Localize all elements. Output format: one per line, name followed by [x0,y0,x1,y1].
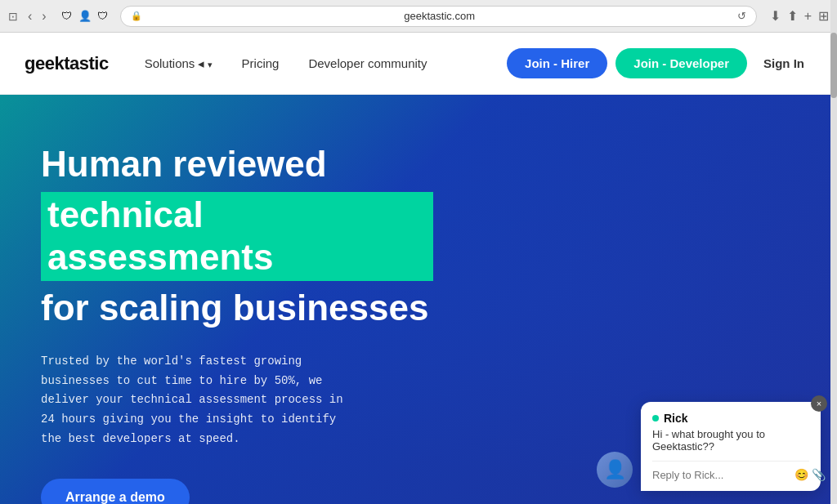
refresh-icon[interactable]: ↺ [737,10,746,22]
back-button[interactable]: ‹ [25,7,35,25]
chat-avatar: 👤 [597,452,633,488]
hero-section: Human reviewed technical assessments for… [0,95,837,504]
url-text: geektastic.com [147,10,732,22]
chat-input-icons: 😊 📎 [794,468,826,481]
hero-title-line3: for scaling businesses [41,288,433,329]
share-icon[interactable]: ⬆ [787,8,798,24]
hero-content: Human reviewed technical assessments for… [0,95,474,504]
emoji-icon[interactable]: 😊 [794,468,808,481]
nav-developer-community[interactable]: Developer community [297,50,438,77]
sidebar-toggle-button[interactable]: ⊡ [8,10,18,23]
chat-close-button[interactable]: × [811,395,827,412]
scrollbar-thumb[interactable] [830,33,837,98]
nav-links: Solutions ◂ Pricing Developer community [133,50,490,78]
tab-grid-icon[interactable]: ⊞ [818,8,829,24]
online-indicator [652,415,659,421]
chat-name-row: Rick [652,412,809,425]
chat-agent-name: Rick [664,412,688,425]
browser-chrome: ⊡ ‹ › 🛡 👤 🛡 🔒 geektastic.com ↺ ⬇ ⬆ + ⊞ [0,0,837,33]
address-bar[interactable]: 🔒 geektastic.com ↺ [120,6,757,27]
download-icon[interactable]: ⬇ [770,8,781,24]
shield-icon: 🛡 [60,9,74,24]
shield2-icon: 🛡 [96,9,110,24]
hero-title-highlight: technical assessments [41,192,433,282]
logo[interactable]: geektastic [25,53,109,74]
security-icons: 🛡 👤 🛡 [60,9,110,24]
nav-solutions[interactable]: Solutions ◂ [133,50,224,78]
new-tab-icon[interactable]: + [804,9,812,24]
sign-in-button[interactable]: Sign In [755,48,812,78]
nav-pricing[interactable]: Pricing [231,50,291,77]
chat-input-row: 😊 📎 [652,461,809,481]
chat-message-text: Hi - what brought you to Geektastic?? [652,428,809,453]
arrange-demo-button[interactable]: Arrange a demo [41,479,190,504]
join-developer-button[interactable]: Join - Developer [615,48,747,78]
hero-description: Trusted by the world's fastest growing b… [41,352,351,449]
hero-title-line1: Human reviewed [41,144,433,185]
join-hirer-button[interactable]: Join - Hirer [507,48,607,78]
forward-button[interactable]: › [38,7,49,25]
attachment-icon[interactable]: 📎 [812,468,826,481]
chat-reply-input[interactable] [652,469,790,481]
nav-buttons: Join - Hirer Join - Developer Sign In [507,48,812,78]
chat-bubble: × Rick Hi - what brought you to Geektast… [641,402,821,491]
profile-icon: 👤 [78,9,92,24]
navbar: geektastic Solutions ◂ Pricing Developer… [0,33,837,95]
scrollbar[interactable] [830,0,837,504]
lock-icon: 🔒 [131,11,142,21]
chat-widget: 👤 × Rick Hi - what brought you to Geekta… [597,402,821,491]
browser-actions: ⬇ ⬆ + ⊞ [770,8,829,24]
